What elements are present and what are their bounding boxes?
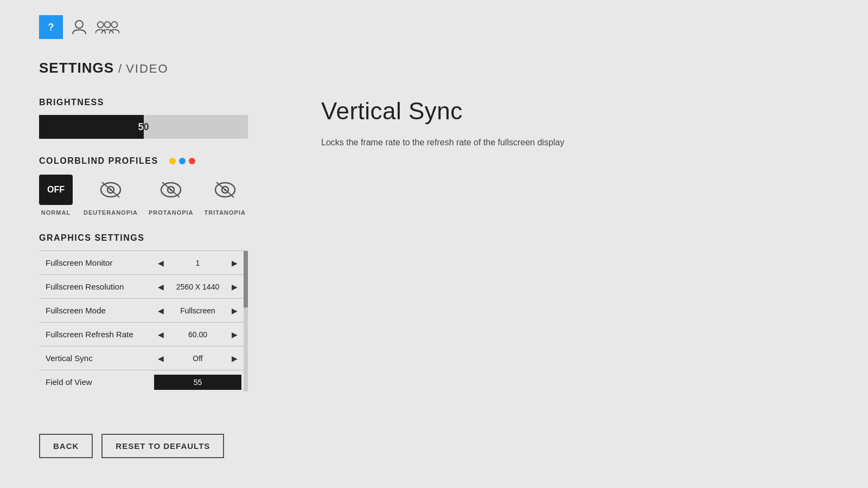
protanopia-label: PROTANOPIA (149, 209, 194, 216)
scroll-indicator[interactable] (244, 251, 248, 391)
brightness-label: BRIGHTNESS (39, 98, 294, 107)
control-fullscreen-mode: ◀ Fullscreen ▶ (154, 305, 241, 316)
deuteranopia-icon (94, 175, 127, 205)
graphics-label: GRAPHICS SETTINGS (39, 233, 294, 243)
right-panel: Vertical Sync Locks the frame rate to th… (321, 98, 564, 150)
arrow-left-refresh[interactable]: ◀ (156, 329, 167, 340)
row-vertical-sync[interactable]: Vertical Sync ◀ Off ▶ (39, 346, 248, 370)
value-mode: Fullscreen (171, 306, 225, 315)
brightness-value: 50 (39, 121, 248, 133)
arrow-right-mode[interactable]: ▶ (229, 305, 240, 316)
protanopia-icon (154, 175, 188, 205)
row-fullscreen-mode[interactable]: Fullscreen Mode ◀ Fullscreen ▶ (39, 299, 248, 323)
normal-icon: OFF (39, 175, 73, 205)
control-refresh-rate: ◀ 60.00 ▶ (154, 329, 241, 340)
left-panel: BRIGHTNESS 50 COLORBLIND PROFILES OFF (39, 98, 294, 391)
row-fov[interactable]: Field of View 55 (39, 370, 248, 391)
description-text: Locks the frame rate to the refresh rate… (321, 136, 564, 150)
deuteranopia-label: DEUTERANOPIA (84, 209, 138, 216)
value-fullscreen-monitor: 1 (171, 259, 225, 267)
normal-label: NORMAL (41, 209, 71, 216)
description-title: Vertical Sync (321, 98, 564, 125)
colorblind-section: COLORBLIND PROFILES OFF NORMAL (39, 156, 294, 216)
label-fullscreen-mode: Fullscreen Mode (46, 306, 154, 315)
back-button[interactable]: BACK (39, 434, 93, 458)
page-title: SETTINGS / VIDEO (39, 60, 829, 76)
control-vertical-sync: ◀ Off ▶ (154, 353, 241, 364)
svg-point-2 (75, 21, 83, 28)
dot-yellow (169, 158, 176, 164)
dot-blue (179, 158, 186, 164)
arrow-right-resolution[interactable]: ▶ (229, 281, 240, 292)
tritanopia-icon (208, 175, 242, 205)
svg-text:?: ? (48, 22, 54, 33)
profile-icon-button[interactable] (67, 15, 91, 39)
label-fullscreen-resolution: Fullscreen Resolution (46, 282, 154, 291)
label-fov: Field of View (46, 377, 154, 387)
reset-defaults-button[interactable]: RESET TO DEFAULTS (101, 434, 224, 458)
value-refresh: 60.00 (171, 330, 225, 339)
svg-point-5 (111, 22, 117, 28)
colorblind-normal[interactable]: OFF NORMAL (39, 175, 73, 216)
dot-red (189, 158, 195, 164)
control-fullscreen-monitor: ◀ 1 ▶ (154, 258, 241, 268)
title-divider: / (118, 62, 122, 76)
arrow-right-vsync[interactable]: ▶ (229, 353, 240, 364)
scroll-thumb (244, 251, 248, 307)
tritanopia-label: TRITANOPIA (205, 209, 246, 216)
colorblind-header: COLORBLIND PROFILES (39, 156, 294, 166)
arrow-left-vsync[interactable]: ◀ (156, 353, 167, 364)
row-fullscreen-monitor[interactable]: Fullscreen Monitor ◀ 1 ▶ (39, 251, 248, 275)
row-refresh-rate[interactable]: Fullscreen Refresh Rate ◀ 60.00 ▶ (39, 323, 248, 346)
brightness-bar[interactable]: 50 (39, 115, 248, 139)
help-icon-button[interactable]: ? (39, 15, 63, 39)
arrow-left-resolution[interactable]: ◀ (156, 281, 167, 292)
main-content: SETTINGS / VIDEO BRIGHTNESS 50 COLORBLIN… (39, 60, 829, 94)
colorblind-deuteranopia[interactable]: DEUTERANOPIA (84, 175, 138, 216)
colorblind-protanopia[interactable]: PROTANOPIA (149, 175, 194, 216)
colorblind-label: COLORBLIND PROFILES (39, 156, 158, 166)
colorblind-tritanopia[interactable]: TRITANOPIA (205, 175, 246, 216)
svg-point-3 (98, 22, 104, 28)
bottom-buttons: BACK RESET TO DEFAULTS (39, 434, 224, 458)
arrow-left-fullscreen-monitor[interactable]: ◀ (156, 258, 167, 268)
label-fullscreen-monitor: Fullscreen Monitor (46, 258, 154, 267)
value-vsync: Off (171, 354, 225, 363)
colorblind-options: OFF NORMAL DEUTERANOPIA (39, 175, 294, 216)
arrow-left-mode[interactable]: ◀ (156, 305, 167, 316)
row-fullscreen-resolution[interactable]: Fullscreen Resolution ◀ 2560 X 1440 ▶ (39, 275, 248, 299)
top-navigation: ? (39, 15, 119, 39)
label-refresh-rate: Fullscreen Refresh Rate (46, 330, 154, 339)
group-icon-button[interactable] (95, 15, 119, 39)
graphics-section: GRAPHICS SETTINGS Fullscreen Monitor ◀ 1… (39, 233, 294, 391)
settings-list: Fullscreen Monitor ◀ 1 ▶ Fullscreen Reso… (39, 251, 248, 391)
fov-value: 55 (194, 378, 202, 387)
label-vertical-sync: Vertical Sync (46, 354, 154, 363)
value-resolution: 2560 X 1440 (171, 282, 225, 291)
arrow-right-refresh[interactable]: ▶ (229, 329, 240, 340)
svg-point-4 (105, 22, 111, 28)
control-fullscreen-resolution: ◀ 2560 X 1440 ▶ (154, 281, 241, 292)
fov-slider[interactable]: 55 (154, 375, 241, 390)
color-dots (169, 158, 195, 164)
title-section: VIDEO (126, 62, 168, 76)
arrow-right-fullscreen-monitor[interactable]: ▶ (229, 258, 240, 268)
title-settings: SETTINGS (39, 60, 114, 76)
control-fov: 55 (154, 375, 241, 390)
